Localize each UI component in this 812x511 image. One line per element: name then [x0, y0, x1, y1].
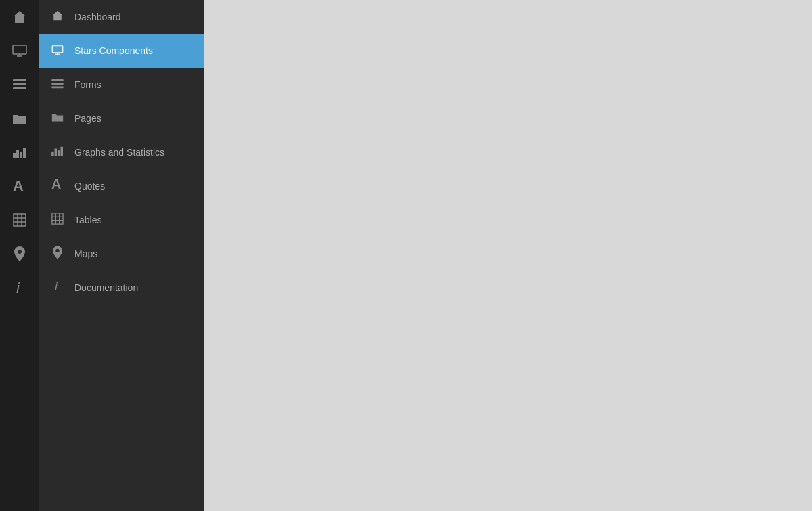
svg-rect-8	[16, 150, 19, 158]
svg-rect-10	[23, 148, 26, 158]
sidebar-item-pages-label: Pages	[74, 113, 102, 124]
svg-rect-9	[20, 152, 22, 158]
svg-rect-5	[13, 83, 26, 85]
svg-rect-27	[55, 148, 58, 156]
sidebar-item-tables[interactable]: Tables	[39, 203, 204, 237]
sidebar-item-documentation[interactable]: i Documentation	[39, 271, 204, 305]
svg-point-36	[55, 248, 59, 252]
sidebar-item-quotes[interactable]: A Quotes	[39, 169, 204, 203]
svg-rect-25	[51, 86, 64, 88]
svg-marker-19	[53, 10, 63, 20]
sidebar-icon-list[interactable]	[0, 68, 39, 102]
sidebar-item-documentation-label: Documentation	[74, 282, 138, 293]
quotes-icon: A	[50, 178, 65, 195]
svg-rect-1	[13, 45, 26, 54]
stars-components-icon	[50, 44, 65, 58]
sidebar-icon-home[interactable]	[0, 0, 39, 34]
sidebar-icon-folder[interactable]	[0, 102, 39, 135]
label-sidebar: Dashboard Stars Components Forms	[39, 0, 204, 511]
main-content	[204, 0, 812, 511]
sidebar-icon-table[interactable]	[0, 203, 39, 237]
sidebar-icon-text[interactable]: A	[0, 169, 39, 203]
svg-rect-7	[13, 153, 16, 158]
svg-text:A: A	[51, 178, 61, 192]
sidebar-item-forms[interactable]: Forms	[39, 68, 204, 102]
sidebar-item-dashboard[interactable]: Dashboard	[39, 0, 204, 34]
tables-icon	[50, 213, 65, 228]
svg-marker-0	[14, 11, 26, 23]
svg-rect-24	[51, 83, 64, 85]
sidebar-item-dashboard-label: Dashboard	[74, 12, 121, 22]
svg-rect-12	[14, 214, 26, 226]
svg-rect-28	[58, 150, 60, 156]
sidebar-icon-map-pin[interactable]	[0, 237, 39, 271]
sidebar-item-maps[interactable]: Maps	[39, 237, 204, 271]
maps-icon	[50, 246, 65, 263]
sidebar-item-stars-label: Stars Components	[74, 45, 153, 56]
svg-rect-26	[51, 151, 54, 156]
sidebar-item-graphs-label: Graphs and Statistics	[74, 147, 164, 158]
sidebar-item-maps-label: Maps	[74, 248, 97, 259]
svg-point-17	[18, 250, 22, 254]
svg-text:i: i	[55, 280, 58, 293]
svg-rect-29	[60, 146, 63, 156]
sidebar-item-pages[interactable]: Pages	[39, 102, 204, 135]
sidebar-icon-info[interactable]: i	[0, 271, 39, 305]
svg-rect-20	[52, 45, 63, 52]
sidebar-item-stars-components[interactable]: Stars Components	[39, 34, 204, 68]
dashboard-icon	[50, 9, 65, 25]
documentation-icon: i	[50, 280, 65, 296]
sidebar-item-tables-label: Tables	[74, 215, 102, 225]
pages-icon	[50, 112, 65, 126]
svg-rect-6	[13, 87, 26, 89]
svg-rect-23	[51, 79, 64, 81]
svg-text:A: A	[13, 179, 24, 194]
sidebar-item-graphs[interactable]: Graphs and Statistics	[39, 135, 204, 169]
sidebar-item-forms-label: Forms	[74, 79, 102, 90]
svg-rect-31	[52, 213, 63, 223]
sidebar-item-quotes-label: Quotes	[74, 181, 105, 192]
graphs-icon	[50, 146, 65, 160]
icon-sidebar: A i	[0, 0, 39, 511]
sidebar-icon-monitor[interactable]	[0, 34, 39, 68]
svg-rect-4	[13, 79, 26, 81]
forms-icon	[50, 78, 65, 92]
sidebar-icon-chart[interactable]	[0, 135, 39, 169]
svg-text:i: i	[16, 280, 20, 295]
